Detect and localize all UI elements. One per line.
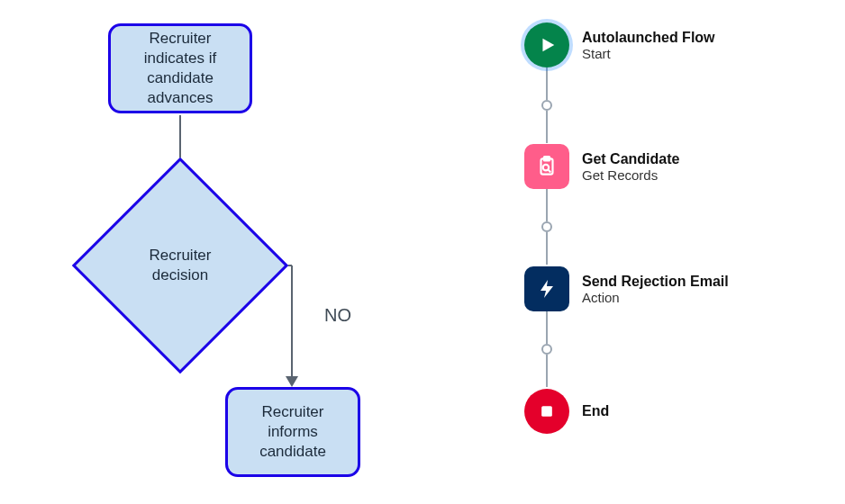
- flow-connector-dot: [541, 100, 552, 111]
- svg-line-7: [549, 170, 551, 173]
- flow-node-start[interactable]: Autolaunched Flow Start: [524, 22, 715, 68]
- flow-connector: [546, 111, 548, 143]
- flowchart-decision-text: Recruiter decision: [126, 246, 234, 285]
- flowchart-decision: Recruiter decision: [104, 189, 257, 342]
- flowchart-start-text: Recruiter indicates if candidate advance…: [123, 29, 237, 108]
- flow-node-get-candidate[interactable]: Get Candidate Get Records: [524, 144, 679, 189]
- flow-node-start-text: Autolaunched Flow Start: [582, 30, 715, 61]
- flow-node-subtitle: Action: [582, 290, 729, 305]
- flow-node-title: Autolaunched Flow: [582, 30, 715, 46]
- stop-icon: [524, 389, 569, 434]
- flowchart-inform-box: Recruiter informs candidate: [225, 387, 360, 477]
- lightning-icon: [524, 266, 569, 311]
- svg-rect-8: [541, 406, 552, 417]
- svg-point-6: [543, 165, 550, 171]
- flow-node-end[interactable]: End: [524, 389, 609, 434]
- flow-connector: [546, 355, 548, 387]
- clipboard-search-icon: [524, 144, 569, 189]
- flow-node-title: Send Rejection Email: [582, 274, 729, 290]
- flow-node-end-text: End: [582, 403, 609, 419]
- flowchart-start-box: Recruiter indicates if candidate advance…: [108, 23, 252, 113]
- flow-connector: [546, 232, 548, 265]
- flow-connector: [546, 311, 548, 344]
- flow-node-subtitle: Get Records: [582, 167, 679, 183]
- flow-node-action-text: Send Rejection Email Action: [582, 274, 729, 305]
- flow-connector-dot: [541, 344, 552, 355]
- flow-node-get-text: Get Candidate Get Records: [582, 151, 679, 183]
- flow-node-title: Get Candidate: [582, 151, 679, 167]
- flow-node-send-email[interactable]: Send Rejection Email Action: [524, 266, 729, 311]
- flowchart-inform-text: Recruiter informs candidate: [241, 402, 345, 462]
- edge-label-no: NO: [324, 305, 351, 326]
- flow-connector: [546, 68, 548, 100]
- flow-connector-dot: [541, 221, 552, 232]
- svg-rect-5: [544, 157, 550, 160]
- arrowhead-icon: [286, 376, 298, 387]
- flow-node-title: End: [582, 403, 609, 419]
- flow-node-subtitle: Start: [582, 46, 715, 61]
- play-icon: [524, 22, 569, 68]
- flow-connector: [546, 189, 548, 221]
